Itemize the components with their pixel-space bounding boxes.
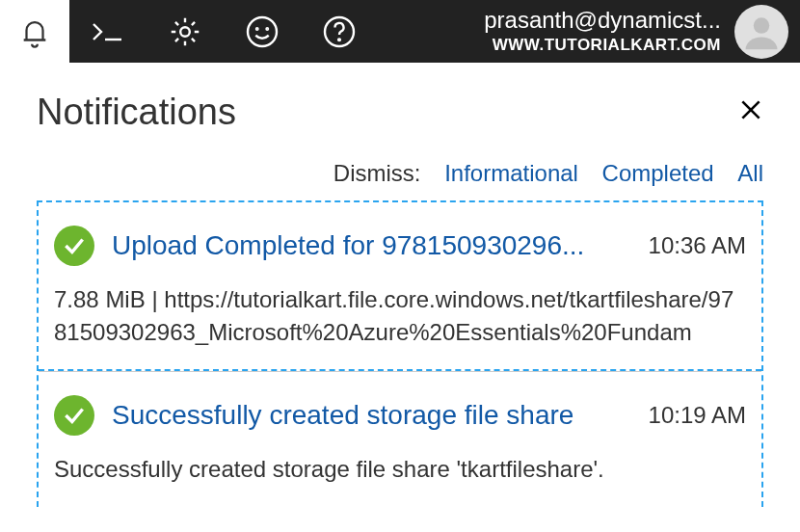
svg-point-6 — [338, 39, 340, 40]
notifications-panel: Notifications Dismiss: Informational Com… — [0, 63, 800, 507]
svg-point-2 — [248, 17, 277, 46]
notification-body: 7.88 MiB | https://tutorialkart.file.cor… — [54, 283, 746, 348]
dismiss-informational-link[interactable]: Informational — [444, 160, 578, 186]
svg-point-4 — [267, 28, 269, 30]
account-text: prasanth@dynamicst... WWW.TUTORIALKART.C… — [484, 8, 721, 54]
success-icon — [54, 395, 94, 436]
help-icon[interactable] — [301, 0, 378, 63]
top-bar: prasanth@dynamicst... WWW.TUTORIALKART.C… — [0, 0, 800, 63]
svg-point-1 — [180, 27, 190, 37]
cloud-shell-icon[interactable] — [69, 0, 147, 63]
notification-item: Successfully created storage file share … — [39, 371, 761, 507]
notification-time: 10:19 AM — [649, 402, 746, 429]
account-block[interactable]: prasanth@dynamicst... WWW.TUTORIALKART.C… — [378, 0, 800, 63]
gear-icon[interactable] — [147, 0, 224, 63]
feedback-icon[interactable] — [224, 0, 301, 63]
notification-item: Upload Completed for 978150930296... 10:… — [39, 202, 761, 371]
notification-list: Upload Completed for 978150930296... 10:… — [37, 200, 763, 507]
panel-title: Notifications — [37, 92, 236, 133]
account-directory: WWW.TUTORIALKART.COM — [484, 36, 721, 55]
success-icon — [54, 226, 94, 266]
dismiss-completed-link[interactable]: Completed — [602, 160, 714, 186]
notifications-icon[interactable] — [0, 0, 69, 63]
svg-point-3 — [256, 28, 258, 30]
svg-point-7 — [754, 17, 770, 34]
notification-body: Successfully created storage file share … — [54, 453, 746, 486]
close-icon[interactable] — [738, 92, 763, 129]
dismiss-all-link[interactable]: All — [737, 160, 763, 186]
notification-title[interactable]: Upload Completed for 978150930296... — [112, 230, 622, 261]
notification-header: Upload Completed for 978150930296... 10:… — [54, 226, 746, 266]
dismiss-row: Dismiss: Informational Completed All — [37, 160, 763, 187]
notification-title[interactable]: Successfully created storage file share — [112, 400, 622, 431]
account-email: prasanth@dynamicst... — [484, 8, 721, 33]
notification-header: Successfully created storage file share … — [54, 395, 746, 436]
notification-time: 10:36 AM — [649, 232, 746, 259]
avatar[interactable] — [734, 5, 788, 59]
dismiss-label: Dismiss: — [333, 160, 421, 186]
panel-header: Notifications — [37, 92, 763, 133]
